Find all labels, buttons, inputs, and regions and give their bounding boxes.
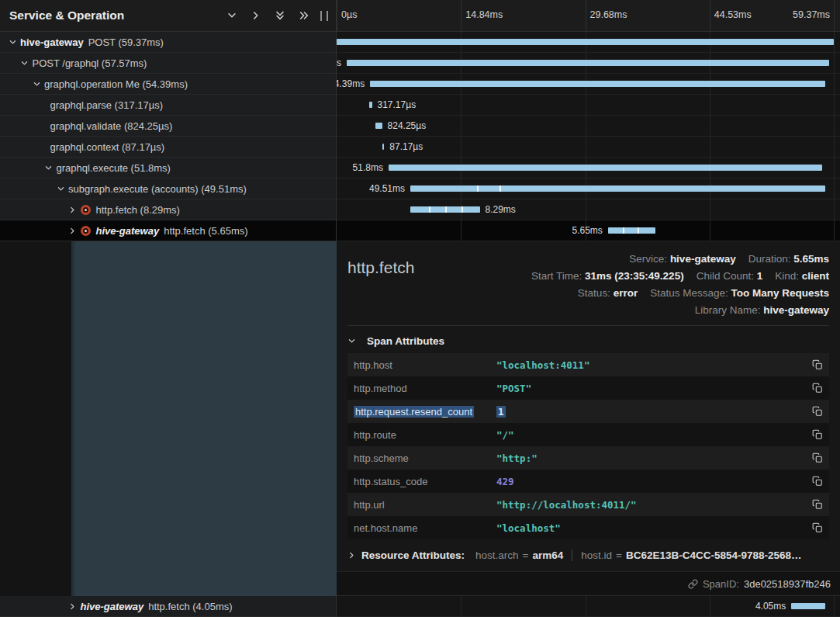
span-duration-bar[interactable] — [791, 603, 825, 609]
span-timeline-cell[interactable]: 54.39ms — [337, 74, 840, 95]
span-timeline-cell[interactable]: 5.65ms — [337, 220, 840, 241]
span-operation-name: graphql.operation Me (54.39ms) — [44, 78, 188, 90]
copy-icon[interactable] — [803, 522, 823, 533]
attribute-row[interactable]: http.url"http://localhost:4011/" — [347, 493, 829, 516]
meta-pair: Library Name: hive-gateway — [695, 304, 829, 316]
span-tree-cell[interactable]: graphql.parse (317.17µs) — [0, 95, 337, 116]
attribute-row[interactable]: http.host"localhost:4011" — [347, 353, 829, 376]
attribute-row[interactable]: http.scheme"http:" — [347, 446, 829, 470]
span-timeline-cell[interactable]: 57.57ms — [337, 53, 840, 74]
ruler-tick: 0µs — [337, 0, 337, 31]
resource-attributes-section-toggle[interactable]: Resource Attributes:host.arch=arm64host.… — [337, 539, 840, 561]
span-duration-bar[interactable] — [337, 39, 834, 45]
span-row[interactable]: POST /graphql (57.57ms)57.57ms — [0, 53, 840, 74]
gridline — [834, 199, 835, 220]
collapse-all-icon[interactable] — [275, 10, 285, 21]
span-row[interactable]: subgraph.execute (accounts) (49.51ms)49.… — [0, 179, 840, 199]
gridline — [710, 95, 710, 115]
span-row[interactable]: graphql.execute (51.8ms)51.8ms — [0, 158, 840, 179]
span-timeline-cell[interactable]: 317.17µs — [337, 95, 840, 116]
span-timeline-cell[interactable]: 87.17µs — [337, 137, 840, 158]
meta-key: Duration: — [748, 253, 794, 265]
attribute-row[interactable]: http.request.resend_count1 — [347, 400, 829, 423]
copy-icon[interactable] — [803, 429, 823, 440]
span-tree-cell[interactable]: hive-gatewayhttp.fetch (5.65ms) — [0, 220, 337, 241]
span-tree-cell[interactable]: graphql.context (87.17µs) — [0, 137, 337, 158]
span-duration-bar[interactable] — [389, 165, 822, 171]
span-duration-bar[interactable] — [347, 60, 829, 66]
span-duration-label: 5.65ms — [572, 225, 607, 236]
meta-line: Status: errorStatus Message: Too Many Re… — [531, 285, 829, 302]
span-id-label: SpanID: — [703, 578, 739, 590]
expand-one-icon[interactable] — [251, 10, 261, 21]
span-tree-cell[interactable]: hive-gatewayPOST (59.37ms) — [0, 32, 337, 53]
span-timeline-cell[interactable]: 49.51ms — [337, 179, 840, 199]
expander-chevron-right-icon[interactable] — [67, 602, 79, 611]
span-row[interactable]: http.fetch (8.29ms)8.29ms — [0, 199, 840, 220]
span-timeline-cell[interactable]: 4.05ms — [337, 596, 840, 617]
span-duration-label: 49.51ms — [369, 183, 410, 194]
meta-pair: Child Count: 1 — [697, 270, 763, 282]
span-tree-cell[interactable]: graphql.execute (51.8ms) — [0, 158, 337, 179]
span-row[interactable]: graphql.parse (317.17µs)317.17µs — [0, 95, 840, 116]
span-tree-cell[interactable]: graphql.validate (824.25µs) — [0, 116, 337, 137]
attribute-row[interactable]: http.status_code429 — [347, 470, 829, 493]
span-timeline-cell[interactable]: 8.29ms — [337, 199, 840, 220]
collapse-one-icon[interactable] — [226, 10, 237, 21]
bar-tick — [500, 185, 501, 192]
span-timeline-cell[interactable]: 824.25µs — [337, 116, 840, 137]
copy-icon[interactable] — [803, 499, 823, 510]
span-duration-bar[interactable] — [608, 227, 655, 234]
span-row[interactable]: hive-gatewayPOST (59.37ms)59.37ms — [0, 32, 840, 53]
span-row[interactable]: graphql.operation Me (54.39ms)54.39ms — [0, 74, 840, 95]
span-duration-bar[interactable] — [375, 123, 382, 129]
span-tree-cell[interactable]: graphql.operation Me (54.39ms) — [0, 74, 337, 95]
expander-chevron-down-icon[interactable] — [6, 38, 19, 47]
expander-chevron-down-icon[interactable] — [30, 80, 43, 88]
span-duration-bar[interactable] — [410, 206, 480, 213]
copy-icon[interactable] — [803, 359, 823, 370]
copy-icon[interactable] — [803, 452, 823, 463]
meta-pair: Start Time: 31ms (23:35:49.225) — [531, 270, 684, 282]
span-duration-bar[interactable] — [410, 185, 825, 192]
copy-icon[interactable] — [803, 476, 823, 487]
expander-chevron-right-icon[interactable] — [67, 206, 79, 214]
attribute-row[interactable]: http.method"POST" — [347, 376, 829, 400]
equals-sign: = — [523, 549, 529, 561]
span-timeline-cell[interactable]: 51.8ms — [337, 158, 840, 179]
expander-chevron-down-icon[interactable] — [54, 185, 67, 193]
span-duration-label: 57.57ms — [337, 57, 347, 68]
span-tree-cell[interactable]: http.fetch (8.29ms) — [0, 199, 337, 220]
link-icon[interactable] — [688, 579, 698, 589]
meta-value: client — [802, 270, 829, 282]
span-tree-cell[interactable]: subgraph.execute (accounts) (49.51ms) — [0, 179, 337, 199]
header: Service & Operation 0µs14.84ms29.68ms44.… — [0, 0, 840, 32]
panel-resize-handle-icon[interactable] — [320, 11, 328, 21]
span-tree-cell[interactable]: hive-gatewayhttp.fetch (4.05ms) — [0, 596, 337, 617]
attribute-key: http.host — [354, 359, 496, 371]
span-timeline-cell[interactable]: 59.37ms — [337, 32, 840, 53]
expand-all-icon[interactable] — [299, 10, 309, 21]
attribute-row[interactable]: net.host.name"localhost" — [347, 516, 829, 539]
gridline — [461, 116, 461, 136]
span-duration-bar[interactable] — [370, 81, 825, 87]
page-title: Service & Operation — [9, 9, 124, 23]
span-operation-name: graphql.execute (51.8ms) — [57, 162, 171, 174]
expander-chevron-down-icon[interactable] — [43, 164, 55, 172]
bar-tick — [445, 206, 447, 213]
gridline — [834, 116, 835, 136]
attribute-row[interactable]: http.route"/" — [347, 423, 829, 446]
span-duration-label: 87.17µs — [384, 141, 423, 152]
span-row[interactable]: hive-gatewayhttp.fetch (5.65ms)5.65ms — [0, 220, 840, 241]
ruler-tick-label: 44.53ms — [714, 9, 752, 20]
span-row[interactable]: hive-gatewayhttp.fetch (4.05ms)4.05ms — [0, 596, 840, 617]
copy-icon[interactable] — [803, 406, 823, 417]
span-tree-cell[interactable]: POST /graphql (57.57ms) — [0, 53, 337, 74]
expander-chevron-right-icon[interactable] — [67, 227, 79, 235]
span-row[interactable]: graphql.context (87.17µs)87.17µs — [0, 137, 840, 158]
copy-icon[interactable] — [803, 383, 823, 393]
span-row[interactable]: graphql.validate (824.25µs)824.25µs — [0, 116, 840, 137]
span-attributes-section-toggle[interactable]: Span Attributes — [337, 326, 840, 353]
expander-chevron-down-icon[interactable] — [19, 59, 31, 68]
gridline — [710, 137, 710, 157]
